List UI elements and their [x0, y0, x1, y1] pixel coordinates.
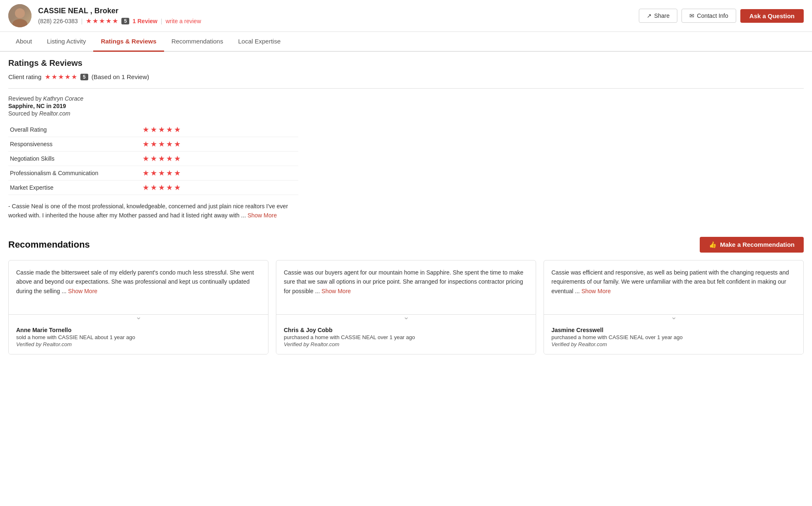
rating-category-4: Market Expertise	[8, 181, 141, 195]
ratings-header-row: Ratings & Reviews	[8, 58, 804, 68]
recommendations-title: Recommendations	[8, 239, 90, 250]
star-cell-3-4: ★	[174, 169, 181, 178]
rec-card-divider-1	[276, 314, 536, 322]
client-rating-badge: 5	[80, 74, 88, 80]
star-cell-1-1: ★	[150, 140, 157, 149]
star-cell-0-2: ★	[158, 125, 165, 134]
client-rating-stars: ★ ★ ★ ★ ★	[45, 73, 77, 81]
star-cell-2-1: ★	[150, 154, 157, 163]
star-cell-0-0: ★	[143, 125, 149, 134]
svg-rect-2	[8, 4, 31, 27]
star-cell-0-4: ★	[174, 125, 181, 134]
contact-info-button[interactable]: ✉ Contact Info	[682, 9, 736, 23]
rating-stars-0: ★★★★★	[141, 123, 298, 137]
agent-sub: (828) 226-0383 | ★ ★ ★ ★ ★ 5 1 Review | …	[38, 17, 632, 25]
star-cell-1-3: ★	[166, 140, 173, 149]
rec-card-divider-2	[544, 314, 803, 322]
star-cell-0-1: ★	[150, 125, 157, 134]
tab-local-expertise[interactable]: Local Expertise	[231, 32, 288, 52]
recommendations-header: Recommendations 👍 Make a Recommendation	[8, 237, 804, 253]
star-cell-2-3: ★	[166, 154, 173, 163]
star-cell-4-4: ★	[174, 183, 181, 192]
nav-tabs: About Listing Activity Ratings & Reviews…	[0, 32, 812, 52]
agent-avatar	[8, 4, 31, 27]
separator-1: |	[81, 18, 83, 24]
rec-card-footer-1: Chris & Joy Cobbpurchased a home with CA…	[276, 322, 536, 354]
header-stars: ★ ★ ★ ★ ★	[86, 17, 118, 25]
tab-about[interactable]: About	[8, 32, 39, 52]
client-rating-row: Client rating ★ ★ ★ ★ ★ 5 (Based on 1 Re…	[8, 73, 804, 81]
review-body-text: - Cassie Neal is one of the most profess…	[8, 203, 288, 219]
tab-listing-activity[interactable]: Listing Activity	[39, 32, 93, 52]
cr-star-1: ★	[45, 73, 51, 81]
avatar-image	[8, 4, 31, 27]
ratings-reviews-section: Ratings & Reviews Client rating ★ ★ ★ ★ …	[8, 58, 804, 220]
agent-phone: (828) 226-0383	[38, 18, 78, 24]
rating-row-2: Negotiation Skills★★★★★	[8, 152, 298, 166]
star-cell-2-2: ★	[158, 154, 165, 163]
review-count[interactable]: 1 Review	[133, 18, 157, 24]
make-recommendation-button[interactable]: 👍 Make a Recommendation	[700, 237, 804, 253]
rating-stars-4: ★★★★★	[141, 181, 298, 195]
rec-card-2: Cassie was efficient and responsive, as …	[544, 260, 804, 354]
cr-star-5: ★	[71, 73, 77, 81]
review-card: Reviewed by Kathryn Corace Sapphire, NC …	[8, 88, 804, 220]
rec-show-more-0[interactable]: Show More	[68, 288, 97, 294]
reviewed-by-line: Reviewed by Kathryn Corace	[8, 95, 804, 102]
rec-card-footer-2: Jasmine Cresswellpurchased a home with C…	[544, 322, 803, 354]
client-rating-label: Client rating	[8, 73, 41, 80]
star-count-badge: 5	[121, 18, 129, 24]
star-cell-2-4: ★	[174, 154, 181, 163]
recommendations-section: Recommendations 👍 Make a Recommendation …	[8, 237, 804, 354]
rec-show-more-2[interactable]: Show More	[581, 288, 611, 294]
star-cell-2-0: ★	[143, 154, 149, 163]
page-header: CASSIE NEAL , Broker (828) 226-0383 | ★ …	[0, 0, 812, 32]
star-cell-3-3: ★	[166, 169, 173, 178]
star-cell-1-0: ★	[143, 140, 149, 149]
rec-verified-1: Verified by Realtor.com	[284, 341, 528, 347]
rec-card-divider-0	[9, 314, 268, 322]
review-text-body: - Cassie Neal is one of the most profess…	[8, 202, 298, 220]
star-3: ★	[99, 17, 105, 25]
rating-category-1: Responsiveness	[8, 137, 141, 152]
rating-stars-3: ★★★★★	[141, 166, 298, 181]
rec-card-body-0: Cassie made the bittersweet sale of my e…	[9, 260, 268, 314]
rec-verified-0: Verified by Realtor.com	[16, 341, 261, 347]
rec-card-1: Cassie was our buyers agent for our moun…	[276, 260, 536, 354]
rating-category-0: Overall Rating	[8, 123, 141, 137]
star-cell-4-1: ★	[150, 183, 157, 192]
tab-ratings-reviews[interactable]: Ratings & Reviews	[93, 32, 164, 52]
write-review-link[interactable]: write a review	[166, 18, 201, 24]
star-cell-4-2: ★	[158, 183, 165, 192]
rec-cards-grid: Cassie made the bittersweet sale of my e…	[8, 260, 804, 354]
cr-star-4: ★	[65, 73, 70, 81]
rec-person-name-0: Anne Marie Tornello	[16, 327, 261, 333]
rating-category-2: Negotiation Skills	[8, 152, 141, 166]
separator-2: |	[161, 18, 162, 24]
rec-show-more-1[interactable]: Show More	[321, 288, 351, 294]
share-button[interactable]: ↗ Share	[639, 9, 677, 23]
rating-stars-2: ★★★★★	[141, 152, 298, 166]
sourced-by-line: Sourced by Realtor.com	[8, 110, 804, 117]
contact-info-label: Contact Info	[697, 12, 728, 19]
reviewer-name: Kathryn Corace	[43, 95, 83, 102]
rec-card-footer-0: Anne Marie Tornellosold a home with CASS…	[9, 322, 268, 354]
rec-card-0: Cassie made the bittersweet sale of my e…	[8, 260, 268, 354]
cr-star-2: ★	[51, 73, 57, 81]
rec-card-body-2: Cassie was efficient and responsive, as …	[544, 260, 803, 314]
rating-row-4: Market Expertise★★★★★	[8, 181, 298, 195]
review-show-more[interactable]: Show More	[247, 212, 277, 219]
rating-row-3: Professionalism & Communication★★★★★	[8, 166, 298, 181]
ask-question-button[interactable]: Ask a Question	[740, 9, 804, 23]
star-cell-4-3: ★	[166, 183, 173, 192]
rec-person-name-2: Jasmine Cresswell	[551, 327, 796, 333]
star-1: ★	[86, 17, 92, 25]
ratings-table: Overall Rating★★★★★Responsiveness★★★★★Ne…	[8, 123, 298, 195]
rec-person-name-1: Chris & Joy Cobb	[284, 327, 528, 333]
star-cell-3-2: ★	[158, 169, 165, 178]
tab-recommendations[interactable]: Recommendations	[164, 32, 231, 52]
star-cell-1-4: ★	[174, 140, 181, 149]
star-cell-4-0: ★	[143, 183, 149, 192]
header-actions: ↗ Share ✉ Contact Info Ask a Question	[639, 9, 804, 23]
rec-person-detail-2: purchased a home with CASSIE NEAL over 1…	[551, 334, 796, 340]
